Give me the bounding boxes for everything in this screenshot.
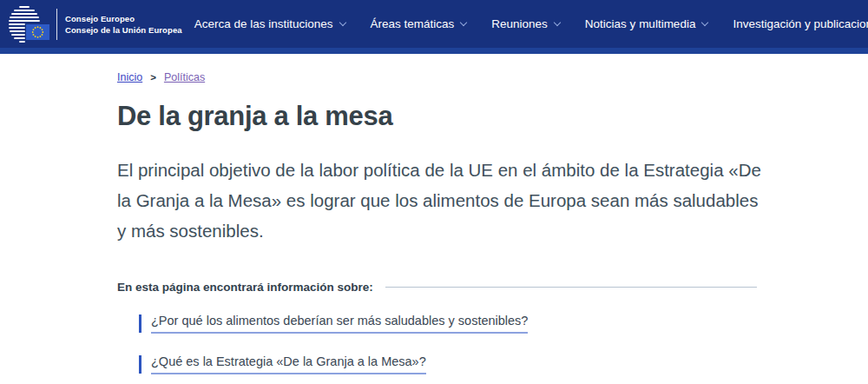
logo-wordmark: Consejo Europeo Consejo de la Unión Euro… xyxy=(65,13,182,36)
council-logo[interactable]: Consejo Europeo Consejo de la Unión Euro… xyxy=(0,0,182,48)
nav-item-reuniones[interactable]: Reuniones xyxy=(491,17,560,30)
chevron-down-icon xyxy=(460,18,467,25)
nav-item-acerca-de-las-instituciones[interactable]: Acerca de las instituciones xyxy=(194,17,345,30)
list-item: ¿Qué es la Estrategia «De la Granja a la… xyxy=(139,354,764,374)
link-accent-bar xyxy=(139,314,141,333)
breadcrumb-link-inicio[interactable]: Inicio xyxy=(117,71,142,83)
toc-link-que-es-la-estrategia[interactable]: ¿Qué es la Estrategia «De la Granja a la… xyxy=(151,354,426,374)
toc-header: En esta página encontrará información so… xyxy=(117,281,757,294)
logo-line-2: Consejo de la Unión Europea xyxy=(65,24,182,36)
nav-item-investigacion-y-publicaciones[interactable]: Investigación y publicaciones xyxy=(733,17,868,30)
nav-item-label: Áreas temáticas xyxy=(371,17,455,30)
breadcrumb-link-politicas[interactable]: Políticas xyxy=(164,71,205,83)
chevron-down-icon xyxy=(701,18,708,25)
chevron-down-icon xyxy=(339,18,345,25)
intro-paragraph: El principal objetivo de la labor políti… xyxy=(117,155,764,246)
chevron-down-icon xyxy=(554,18,561,25)
logo-line-1: Consejo Europeo xyxy=(65,13,182,24)
breadcrumb-separator-icon: > xyxy=(150,72,156,83)
top-navigation-bar: Consejo Europeo Consejo de la Unión Euro… xyxy=(0,0,868,48)
nav-item-label: Acerca de las instituciones xyxy=(194,17,333,30)
logo-divider xyxy=(56,9,57,40)
site-header: Consejo Europeo Consejo de la Unión Euro… xyxy=(0,0,868,54)
toc-divider-line xyxy=(385,287,757,288)
page-title: De la granja a la mesa xyxy=(117,101,764,132)
nav-item-label: Reuniones xyxy=(491,17,548,30)
toc-label: En esta página encontrará información so… xyxy=(117,281,373,294)
list-item: ¿Por qué los alimentos deberían ser más … xyxy=(139,313,764,334)
europa-building-lines-icon xyxy=(9,4,50,44)
nav-item-areas-tematicas[interactable]: Áreas temáticas xyxy=(371,17,467,30)
toc-link-saludables-sostenibles[interactable]: ¿Por qué los alimentos deberían ser más … xyxy=(151,313,528,334)
page-content: Inicio > Políticas De la granja a la mes… xyxy=(0,54,868,384)
link-accent-bar xyxy=(139,355,141,374)
nav-item-label: Investigación y publicaciones xyxy=(733,17,868,30)
breadcrumb: Inicio > Políticas xyxy=(117,71,764,83)
nav-item-label: Noticias y multimedia xyxy=(585,17,696,30)
nav-item-noticias-y-multimedia[interactable]: Noticias y multimedia xyxy=(585,17,708,30)
eu-flag-icon xyxy=(26,24,49,40)
header-accent-strip xyxy=(0,48,868,54)
toc-link-list: ¿Por qué los alimentos deberían ser más … xyxy=(139,313,764,384)
main-nav: Acerca de las instituciones Áreas temáti… xyxy=(194,17,868,30)
